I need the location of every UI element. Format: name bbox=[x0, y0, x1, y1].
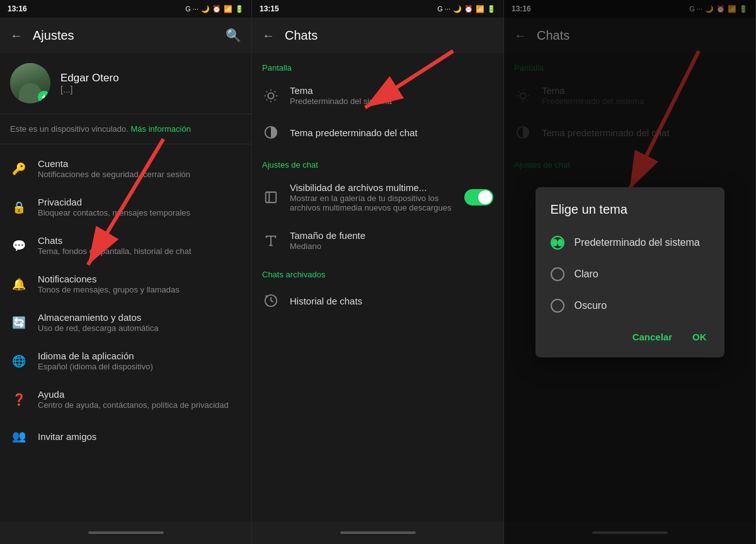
bottom-nav-1 bbox=[0, 521, 251, 544]
status-icons-1: G ··· 🌙 ⏰ 📶 🔋 bbox=[185, 5, 244, 13]
svg-rect-12 bbox=[266, 192, 277, 203]
svg-line-10 bbox=[275, 91, 275, 91]
wifi-icon-2: 📶 bbox=[476, 5, 484, 13]
settings-text-visibilidad: Visibilidad de archivos multime... Mostr… bbox=[290, 182, 454, 212]
section-pantalla-2: Pantalla bbox=[252, 53, 503, 76]
settings-label-ayuda: Ayuda bbox=[38, 389, 241, 400]
settings-sublabel-ayuda: Centro de ayuda, contáctanos, política d… bbox=[38, 400, 241, 410]
panel-chats: 13:15 G ··· 🌙 ⏰ 📶 🔋 ← Chats Pantalla bbox=[252, 0, 504, 544]
settings-content: + Edgar Otero [...] Este es un dispositi… bbox=[0, 53, 251, 521]
settings-label-historial: Historial de chats bbox=[290, 296, 493, 306]
radio-claro[interactable] bbox=[551, 267, 564, 281]
settings-label-tema-default-2: Tema predeterminado del chat bbox=[290, 127, 493, 138]
battery-icon: 🔋 bbox=[235, 5, 244, 13]
settings-item-idioma[interactable]: 🌐 Idioma de la aplicación Español (idiom… bbox=[0, 342, 251, 380]
home-indicator-2 bbox=[340, 531, 416, 534]
settings-item-privacidad[interactable]: 🔒 Privacidad Bloquear contactos, mensaje… bbox=[0, 188, 251, 226]
settings-sublabel-almacenamiento: Uso de red, descarga automática bbox=[38, 323, 241, 333]
chats-item-historial[interactable]: Historial de chats bbox=[252, 283, 503, 318]
carrier-2: G ··· bbox=[437, 5, 450, 13]
settings-text-historial: Historial de chats bbox=[290, 296, 493, 306]
svg-line-6 bbox=[275, 99, 275, 100]
status-time-2: 13:15 bbox=[260, 4, 279, 13]
back-button-1[interactable]: ← bbox=[10, 29, 23, 42]
settings-item-notificaciones[interactable]: 🔔 Notificaciones Tonos de mensajes, grup… bbox=[0, 265, 251, 303]
settings-text-cuenta: Cuenta Notificaciones de seguridad, cerr… bbox=[38, 158, 241, 179]
settings-label-idioma: Idioma de la aplicación bbox=[38, 350, 241, 361]
radio-sistema[interactable] bbox=[551, 236, 564, 250]
status-time-1: 13:16 bbox=[8, 4, 27, 13]
radio-oscuro[interactable] bbox=[551, 299, 564, 313]
chats-item-tema[interactable]: Tema Predeterminado del sistema bbox=[252, 76, 503, 115]
key-icon: 🔑 bbox=[10, 160, 28, 178]
status-bar-2: 13:15 G ··· 🌙 ⏰ 📶 🔋 bbox=[252, 0, 503, 18]
settings-item-ayuda[interactable]: ❓ Ayuda Centro de ayuda, contáctanos, po… bbox=[0, 380, 251, 419]
more-info-link[interactable]: Más información bbox=[131, 124, 191, 134]
back-button-2[interactable]: ← bbox=[262, 29, 275, 42]
settings-label-fuente: Tamaño de fuente bbox=[290, 230, 493, 241]
settings-sublabel-fuente: Mediano bbox=[290, 241, 493, 251]
chats-item-fuente[interactable]: Tamaño de fuente Mediano bbox=[252, 221, 503, 260]
settings-label-invitar: Invitar amigos bbox=[38, 431, 241, 442]
settings-label-tema-2: Tema bbox=[290, 85, 493, 96]
settings-sublabel-chats: Tema, fondos de pantalla, historial de c… bbox=[38, 246, 241, 256]
dialog-option-claro[interactable]: Claro bbox=[536, 258, 724, 290]
cancel-button[interactable]: Cancelar bbox=[625, 327, 680, 347]
add-profile-icon[interactable]: + bbox=[38, 91, 50, 103]
dialog-option-label-claro: Claro bbox=[575, 269, 598, 280]
settings-text-ayuda: Ayuda Centro de ayuda, contáctanos, polí… bbox=[38, 389, 241, 410]
profile-info: Edgar Otero [...] bbox=[60, 72, 241, 95]
profile-section[interactable]: + Edgar Otero [...] bbox=[0, 53, 251, 114]
chats-content: Pantalla Tema Predeterminado del sistema bbox=[252, 53, 503, 521]
settings-item-chats[interactable]: 💬 Chats Tema, fondos de pantalla, histor… bbox=[0, 226, 251, 265]
carrier-1: G ··· bbox=[185, 5, 198, 13]
visibility-toggle[interactable] bbox=[464, 189, 493, 205]
svg-point-2 bbox=[268, 93, 273, 98]
settings-sublabel-tema-2: Predeterminado del sistema bbox=[290, 96, 493, 106]
lock-icon: 🔒 bbox=[10, 199, 28, 216]
settings-sublabel-notificaciones: Tonos de mensajes, grupos y llamadas bbox=[38, 285, 241, 294]
chats-item-tema-default[interactable]: Tema predeterminado del chat bbox=[252, 115, 503, 150]
ok-button[interactable]: OK bbox=[685, 327, 714, 347]
svg-line-9 bbox=[266, 99, 267, 100]
dialog-title: Elige un tema bbox=[536, 202, 724, 227]
settings-text-notificaciones: Notificaciones Tonos de mensajes, grupos… bbox=[38, 274, 241, 294]
dialog-option-oscuro[interactable]: Oscuro bbox=[536, 290, 724, 321]
settings-text-invitar: Invitar amigos bbox=[38, 431, 241, 442]
avatar: + bbox=[10, 63, 50, 103]
home-indicator-1 bbox=[88, 531, 164, 534]
wifi-icon: 📶 bbox=[224, 5, 232, 13]
page-title-1: Ajustes bbox=[33, 28, 215, 43]
app-bar-1: ← Ajustes 🔍 bbox=[0, 18, 251, 53]
app-bar-2: ← Chats bbox=[252, 18, 503, 53]
page-title-2: Chats bbox=[285, 28, 493, 43]
settings-text-tema-default-2: Tema predeterminado del chat bbox=[290, 127, 493, 138]
theme-dialog: Elige un tema Predeterminado del sistema… bbox=[536, 187, 724, 357]
dialog-option-sistema[interactable]: Predeterminado del sistema bbox=[536, 227, 724, 258]
settings-item-almacenamiento[interactable]: 🔄 Almacenamiento y datos Uso de red, des… bbox=[0, 303, 251, 342]
settings-item-invitar[interactable]: 👥 Invitar amigos bbox=[0, 419, 251, 454]
dialog-overlay: Elige un tema Predeterminado del sistema… bbox=[504, 0, 755, 544]
help-icon: ❓ bbox=[10, 391, 28, 408]
section-ajustes-chat-2: Ajustes de chat bbox=[252, 150, 503, 173]
settings-text-tema-2: Tema Predeterminado del sistema bbox=[290, 85, 493, 106]
search-button-1[interactable]: 🔍 bbox=[226, 29, 241, 42]
history-icon-2 bbox=[262, 292, 280, 310]
svg-line-5 bbox=[266, 91, 267, 91]
language-icon: 🌐 bbox=[10, 352, 28, 370]
settings-item-cuenta[interactable]: 🔑 Cuenta Notificaciones de seguridad, ce… bbox=[0, 149, 251, 188]
status-icons-2: G ··· 🌙 ⏰ 📶 🔋 bbox=[437, 5, 496, 13]
settings-label-visibilidad: Visibilidad de archivos multime... bbox=[290, 182, 454, 193]
dialog-actions: Cancelar OK bbox=[536, 321, 724, 352]
settings-sublabel-privacidad: Bloquear contactos, mensajes temporales bbox=[38, 208, 241, 217]
storage-icon: 🔄 bbox=[10, 314, 28, 332]
settings-label-privacidad: Privacidad bbox=[38, 197, 241, 207]
settings-sublabel-visibilidad: Mostrar en la galería de tu dispositivo … bbox=[290, 194, 454, 212]
settings-text-idioma: Idioma de la aplicación Español (idioma … bbox=[38, 350, 241, 371]
chats-item-visibilidad[interactable]: Visibilidad de archivos multime... Mostr… bbox=[252, 173, 503, 221]
status-bar-1: 13:16 G ··· 🌙 ⏰ 📶 🔋 bbox=[0, 0, 251, 18]
settings-sublabel-cuenta: Notificaciones de seguridad, cerrar sesi… bbox=[38, 170, 241, 179]
alarm-icon: ⏰ bbox=[212, 5, 221, 13]
settings-text-almacenamiento: Almacenamiento y datos Uso de red, desca… bbox=[38, 312, 241, 333]
font-icon-2 bbox=[262, 232, 280, 250]
